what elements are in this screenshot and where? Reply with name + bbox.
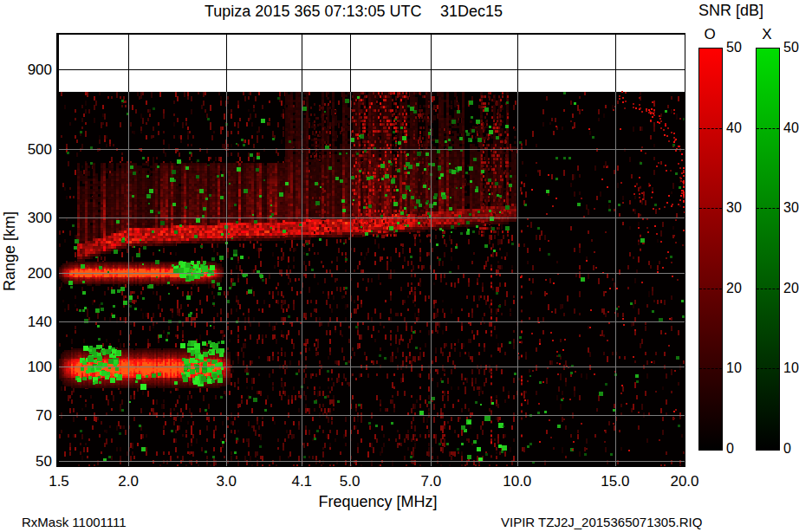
colorbar-tick-label: 10: [726, 360, 756, 376]
y-tick-label: 70: [16, 407, 52, 425]
colorbar-tick-dash: [757, 289, 779, 289]
plot-frame: [56, 33, 685, 467]
rxmask-annotation: RxMask 11001111: [22, 515, 127, 529]
colorbar-tick-dash: [757, 208, 779, 209]
x-tick-label: 2.0: [118, 473, 139, 490]
colorbar-tick-dash: [757, 368, 779, 369]
colorbar-tick-label: 40: [783, 120, 799, 136]
ionogram-viewer: Tupiza 2015 365 07:13:05 UTC 31Dec15 SNR…: [0, 0, 799, 532]
source-file-annotation: VIPIR TZJ2J_2015365071305.RIQ: [501, 515, 702, 529]
colorbar-tick-label: 30: [783, 200, 799, 216]
y-tick-label: 100: [16, 359, 52, 376]
x-tick-label: 20.0: [670, 473, 698, 490]
colorbar-tick-label: 10: [783, 360, 799, 376]
colorbar-tick-dash: [699, 208, 722, 209]
colorbar-x-mode: [756, 48, 780, 451]
colorbar-tick-dash: [699, 289, 722, 289]
colorbar-tick-label: 0: [726, 441, 756, 457]
colorbar-tick-label: 40: [726, 120, 756, 136]
y-tick-label: 300: [16, 210, 52, 227]
colorbar-tick-label: 20: [783, 281, 799, 296]
x-tick-label: 5.0: [340, 473, 361, 490]
y-tick-label: 500: [16, 141, 52, 159]
colorbar-tick-label: 0: [783, 441, 799, 457]
snr-legend-title: SNR [dB]: [698, 2, 763, 20]
colorbar-tick-label: 50: [783, 40, 799, 55]
o-mode-label: O: [698, 26, 721, 43]
ionogram-heatmap-canvas: [59, 35, 685, 466]
y-tick-label: 50: [16, 453, 52, 470]
y-tick-label: 200: [16, 265, 52, 282]
colorbar-tick-dash: [757, 128, 779, 129]
y-tick-label: 140: [16, 314, 52, 331]
x-tick-label: 1.5: [49, 473, 69, 490]
colorbar-o-mode: [698, 48, 723, 451]
x-tick-label: 3.0: [216, 473, 237, 490]
colorbar-tick-dash: [699, 128, 722, 129]
colorbar-tick-label: 50: [726, 40, 756, 55]
x-tick-label: 10.0: [503, 473, 531, 490]
colorbar-tick-label: 30: [726, 200, 756, 216]
x-tick-label: 4.1: [291, 473, 312, 490]
x-tick-label: 7.0: [421, 473, 442, 490]
colorbar-tick-dash: [699, 368, 722, 369]
x-axis-title: Frequency [MHz]: [309, 493, 447, 511]
plot-date: 31Dec15: [440, 3, 503, 21]
y-tick-label: 900: [16, 62, 52, 79]
x-mode-label: X: [756, 26, 778, 43]
plot-title: Tupiza 2015 365 07:13:05 UTC: [205, 3, 422, 21]
colorbar-tick-label: 20: [726, 281, 756, 296]
x-tick-label: 15.0: [601, 473, 629, 490]
